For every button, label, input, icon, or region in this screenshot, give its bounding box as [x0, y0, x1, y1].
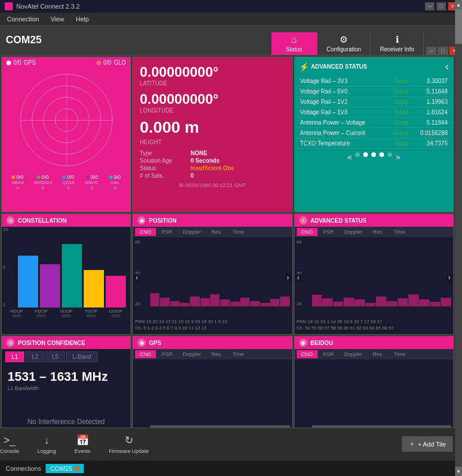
status-state-4: Good — [394, 119, 408, 126]
add-tile-label: + Add Tile — [418, 441, 446, 448]
pos-tab-psr[interactable]: PSR — [157, 228, 177, 236]
prev-arrow[interactable]: ‹ — [445, 61, 449, 73]
vdop-val: 9999 — [54, 314, 79, 318]
status-name-2: Voltage Rail – 1V2 — [300, 99, 390, 105]
beidou-tab-doppler[interactable]: Doppler — [340, 350, 367, 358]
navic-num: 0 — [85, 185, 99, 190]
label-tdop: TDOP 9999 — [79, 309, 103, 318]
adv-tab-doppler[interactable]: Doppler — [340, 228, 367, 236]
freq-tab-l2[interactable]: L2 — [25, 351, 44, 362]
gps-tile: ◉ GPS CNO PSR Doppler Res. Time — [132, 336, 293, 428]
pos-chart-prev[interactable]: ‹ — [134, 273, 140, 282]
scroll-track[interactable] — [455, 55, 462, 428]
tab-receiver-info[interactable]: ℹ Receiver Info — [371, 32, 424, 55]
toolbar-logging[interactable]: ↓ Logging — [38, 434, 56, 454]
adv-prn-row: PRN 18 10 23 1 14 25 13 9 30 7 17 29 27 — [295, 318, 454, 325]
adv-tab-cno[interactable]: CNO — [297, 228, 318, 236]
gps-tab-cno[interactable]: CNO — [135, 350, 156, 358]
pos-chart-next[interactable]: › — [285, 273, 291, 282]
bar-fdop — [40, 231, 60, 308]
adv-sig-bar-2 — [333, 302, 344, 306]
toolbar-firmware[interactable]: ↻ Firmware Update — [109, 434, 149, 454]
sky-header: 0/0 GPS 0/0 GLO — [2, 57, 131, 68]
beidou-chart-tabs: CNO PSR Doppler Res. Time — [295, 349, 454, 359]
logging-icon: ↓ — [44, 434, 50, 447]
freq-tab-lband[interactable]: L-Band — [66, 351, 97, 362]
freq-tab-l1[interactable]: L1 — [5, 351, 24, 362]
menu-view[interactable]: View — [49, 14, 67, 24]
gps-tab-psr[interactable]: PSR — [157, 350, 177, 358]
signal-y-axis: 60 40 20 — [135, 239, 140, 306]
qzss-dot — [62, 175, 66, 179]
advanced-chart-tile: ⚡ ADVANCED STATUS CNO PSR Doppler Res. T… — [294, 213, 454, 335]
nav-dot-1[interactable] — [363, 152, 368, 157]
bar-fdop-fill — [40, 264, 60, 308]
inner-minimize[interactable]: ─ — [426, 47, 437, 55]
adv-tab-time[interactable]: Time — [389, 228, 410, 236]
pos-tab-doppler[interactable]: Doppler — [178, 228, 206, 236]
nav-dot-2[interactable] — [371, 152, 376, 157]
sats-val: 0 — [191, 173, 194, 179]
toolbar-console[interactable]: >_ Console — [0, 434, 19, 454]
adv-tab-psr[interactable]: PSR — [319, 228, 339, 236]
nav-dot-3[interactable] — [379, 152, 384, 157]
com-status[interactable]: COM25 — [46, 464, 84, 473]
status-rows: Voltage Rail – 3V3 Good 3.30037 Voltage … — [295, 76, 454, 149]
adv-tab-res[interactable]: Res. — [368, 228, 389, 236]
adv-sig-bar-9 — [408, 294, 419, 306]
type-val: NONE — [191, 150, 207, 156]
window-controls: ─ □ ✕ — [425, 2, 457, 10]
scrollbar[interactable]: ▲ ▼ — [455, 55, 462, 428]
beidou-num: 0 — [34, 185, 52, 190]
status-row-5: Antenna Power – Current Good 0.0156288 — [295, 128, 454, 138]
adv-chart-prev[interactable]: ‹ — [296, 273, 301, 282]
ch-row: Ch. 0 1 2 3 4 5 6 7 8 9 10 11 12 13 — [133, 325, 292, 332]
status-header-icon: ⚡ — [299, 62, 309, 72]
gps-tab-doppler[interactable]: Doppler — [178, 350, 206, 358]
tab-status[interactable]: ⌂ Status — [271, 32, 318, 55]
status-key: Status — [140, 165, 186, 171]
com-status-label: COM25 — [50, 465, 72, 472]
nav-dot-4[interactable] — [388, 152, 392, 157]
status-state-0: Good — [394, 78, 408, 84]
main-container: COM25 ⌂ Status ⚙ Configuration ℹ Receive… — [0, 25, 462, 476]
status-state-5: Good — [394, 130, 408, 136]
menu-connection[interactable]: Connection — [5, 14, 42, 24]
beidou-tab-time[interactable]: Time — [389, 350, 410, 358]
tab-configuration[interactable]: ⚙ Configuration — [318, 32, 371, 55]
nav-dot-0[interactable] — [355, 152, 360, 157]
toolbar: >_ Console ↓ Logging 📅 Events ↻ Firmware… — [0, 428, 462, 460]
gps-tab-time[interactable]: Time — [228, 350, 249, 358]
beidou-header-icon: ◉ — [299, 339, 307, 347]
gps-tab-res[interactable]: Res. — [207, 350, 227, 358]
sig-bar-12 — [270, 299, 280, 306]
adv-chart-next[interactable]: › — [446, 273, 452, 282]
freq-tab-l5[interactable]: L5 — [46, 351, 65, 362]
status-row-4: Antenna Power – Voltage Good 5.11844 — [295, 118, 454, 128]
beidou-tab-psr[interactable]: PSR — [319, 350, 339, 358]
maximize-button[interactable]: □ — [437, 2, 446, 10]
pos-tab-cno[interactable]: CNO — [135, 228, 156, 236]
status-next[interactable]: » — [396, 152, 400, 162]
beidou-tab-res[interactable]: Res. — [368, 350, 389, 358]
status-name-1: Voltage Rail – 5V0 — [300, 88, 390, 95]
status-prev[interactable]: « — [347, 152, 352, 162]
minimize-button[interactable]: ─ — [425, 2, 434, 10]
adv-ch-row: Ch. 54 55 56 57 58 59 60 61 62 63 64 65 … — [295, 325, 454, 332]
inner-maximize[interactable]: □ — [438, 47, 448, 55]
menu-help[interactable]: Help — [73, 14, 91, 24]
adv-y-60: 60 — [297, 239, 302, 245]
beidou-tab-cno[interactable]: CNO — [297, 350, 318, 358]
bar-tdop — [84, 231, 104, 308]
receiver-tab-icon: ℹ — [396, 34, 399, 45]
adv-sig-bar-0 — [312, 295, 322, 306]
pos-tab-time[interactable]: Time — [228, 228, 249, 236]
sig-bar-13 — [280, 297, 289, 306]
app-icon — [5, 2, 13, 10]
gdop-label: GDOP — [103, 309, 128, 314]
toolbar-events[interactable]: 📅 Events — [74, 434, 91, 454]
pos-tab-res[interactable]: Res. — [207, 228, 227, 236]
sig-bar-6 — [210, 294, 219, 306]
add-tile-button[interactable]: ＋ + Add Tile — [402, 436, 453, 452]
status-row-2: Voltage Rail – 1V2 Good 1.19963 — [295, 97, 454, 107]
